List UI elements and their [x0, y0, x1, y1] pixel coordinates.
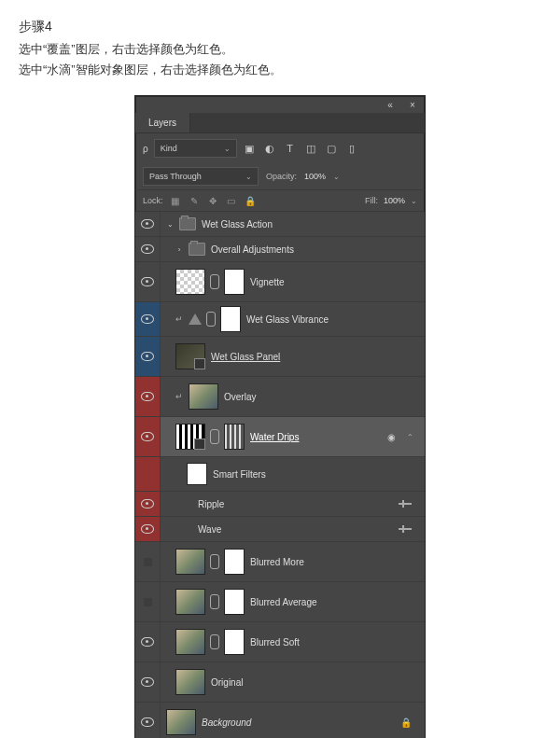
- visibility-icon[interactable]: [141, 524, 154, 534]
- layer-name: Wet Glass Action: [202, 219, 273, 230]
- lock-image-icon[interactable]: ✎: [188, 194, 201, 207]
- opacity-label: Opacity:: [266, 172, 297, 181]
- layer-blurred-more[interactable]: Blurred More: [135, 542, 425, 582]
- layer-original[interactable]: Original: [135, 662, 425, 703]
- smart-filter-indicator-icon: ◉: [387, 432, 396, 442]
- layer-name: Vignette: [250, 277, 285, 287]
- expand-caret-icon[interactable]: ›: [175, 245, 183, 254]
- visibility-icon[interactable]: [141, 314, 154, 324]
- layer-water-drips[interactable]: Water Drips ◉⌃: [135, 417, 425, 457]
- layer-wet-glass-panel[interactable]: Wet Glass Panel: [135, 337, 425, 377]
- expand-caret-icon[interactable]: ⌄: [166, 220, 174, 229]
- filter-adjustment-icon[interactable]: ◐: [263, 142, 276, 155]
- chevron-down-icon[interactable]: ⌄: [333, 173, 340, 181]
- visibility-icon[interactable]: [141, 244, 154, 254]
- layer-mask[interactable]: [224, 424, 245, 450]
- filter-name: Wave: [198, 524, 221, 535]
- layer-vignette[interactable]: Vignette: [135, 262, 425, 302]
- layer-blurred-average[interactable]: Blurred Average: [135, 582, 425, 622]
- visibility-icon[interactable]: [141, 352, 154, 361]
- expand-caret-icon[interactable]: ⌃: [407, 433, 413, 441]
- chevron-down-icon: ⌄: [245, 173, 252, 181]
- filter-type-icon[interactable]: T: [284, 142, 297, 155]
- panel-tabbar: Layers: [135, 113, 425, 133]
- visibility-icon[interactable]: [141, 219, 154, 229]
- filter-mask[interactable]: [187, 463, 207, 485]
- visibility-icon[interactable]: [141, 637, 154, 647]
- lock-artboard-icon[interactable]: ▭: [225, 194, 238, 207]
- instruction-line-2: 选中“水滴”智能对象图层，右击选择颜色为红色。: [19, 62, 541, 78]
- lock-transparency-icon[interactable]: ▦: [169, 194, 182, 207]
- filter-ripple[interactable]: Ripple: [135, 492, 425, 517]
- layer-name: Overall Adjustments: [211, 244, 294, 255]
- layer-thumbnail: [175, 424, 205, 450]
- panel-menu-icon[interactable]: «: [384, 98, 397, 111]
- lock-position-icon[interactable]: ✥: [206, 194, 219, 207]
- layer-thumbnail: [175, 343, 205, 369]
- blending-options-icon[interactable]: [399, 503, 412, 505]
- filter-smartobject-icon[interactable]: ▢: [325, 142, 338, 155]
- layer-thumbnail: [189, 383, 218, 410]
- layer-name: Background: [202, 717, 251, 728]
- layer-mask[interactable]: [224, 629, 245, 655]
- layer-filter-row: ρ Kind ⌄ ▣ ◐ T ◫ ▢ ▯: [135, 133, 425, 163]
- layer-thumbnail: [166, 709, 196, 735]
- filter-kind-dropdown[interactable]: Kind ⌄: [154, 139, 237, 158]
- layer-background[interactable]: Background🔒: [135, 703, 425, 738]
- adjustment-vibrance-icon: [189, 313, 202, 325]
- filter-shape-icon[interactable]: ◫: [304, 142, 317, 155]
- smart-filters-header[interactable]: Smart Filters: [135, 457, 425, 492]
- visibility-icon[interactable]: [141, 499, 154, 508]
- lock-all-icon[interactable]: 🔒: [244, 194, 257, 207]
- opacity-value[interactable]: 100%: [304, 172, 326, 181]
- chevron-down-icon: ⌄: [224, 145, 231, 153]
- visibility-icon[interactable]: [141, 717, 154, 727]
- layer-group-overall-adjustments[interactable]: ›Overall Adjustments: [135, 237, 425, 262]
- blend-mode-row: Pass Through ⌄ Opacity: 100% ⌄: [135, 163, 425, 189]
- visibility-off-icon[interactable]: [144, 558, 152, 566]
- visibility-off-icon[interactable]: [144, 598, 152, 606]
- layer-name: Wet Glass Vibrance: [246, 314, 329, 325]
- layer-name: Overlay: [224, 392, 256, 402]
- layer-group-wet-glass-action[interactable]: ⌄Wet Glass Action: [135, 212, 425, 237]
- visibility-icon[interactable]: [141, 677, 154, 687]
- panel-close-icon[interactable]: ×: [406, 98, 419, 111]
- layer-blurred-soft[interactable]: Blurred Soft: [135, 622, 425, 662]
- link-icon: [210, 274, 219, 289]
- tab-layers[interactable]: Layers: [135, 113, 190, 132]
- chevron-down-icon[interactable]: ⌄: [411, 197, 417, 205]
- layer-wet-glass-vibrance[interactable]: ↵Wet Glass Vibrance: [135, 302, 425, 337]
- visibility-icon[interactable]: [141, 432, 154, 441]
- link-icon: [206, 312, 216, 327]
- clip-icon: ↵: [175, 392, 183, 401]
- layer-mask[interactable]: [220, 306, 241, 332]
- filter-pixel-icon[interactable]: ▣: [243, 142, 256, 155]
- visibility-icon[interactable]: [141, 277, 154, 286]
- layer-name: Water Drips: [250, 432, 299, 442]
- layer-thumbnail: [175, 269, 205, 295]
- blend-mode-value: Pass Through: [149, 172, 202, 181]
- folder-icon: [179, 217, 196, 230]
- layer-thumbnail: [175, 589, 205, 615]
- filter-name: Ripple: [198, 499, 224, 509]
- lock-row: Lock: ▦ ✎ ✥ ▭ 🔒 Fill: 100% ⌄: [135, 189, 425, 212]
- blending-options-icon[interactable]: [399, 528, 412, 530]
- fill-value[interactable]: 100%: [384, 196, 405, 205]
- layer-mask[interactable]: [224, 589, 245, 615]
- layer-thumbnail: [175, 629, 205, 655]
- filter-artboard-icon[interactable]: ▯: [345, 142, 358, 155]
- fill-label: Fill:: [365, 196, 378, 205]
- layers-list: ⌄Wet Glass Action ›Overall Adjustments V…: [135, 212, 425, 738]
- filter-wave[interactable]: Wave: [135, 517, 425, 542]
- layer-mask[interactable]: [224, 549, 245, 575]
- layer-mask[interactable]: [224, 269, 245, 295]
- layer-thumbnail: [175, 669, 205, 695]
- layers-panel: « × Layers ρ Kind ⌄ ▣ ◐ T ◫ ▢ ▯ Pass Thr…: [134, 95, 426, 738]
- layer-name: Wet Glass Panel: [211, 352, 280, 362]
- smart-filters-label: Smart Filters: [213, 469, 266, 480]
- blend-mode-dropdown[interactable]: Pass Through ⌄: [143, 167, 259, 186]
- layer-overlay[interactable]: ↵Overlay: [135, 377, 425, 417]
- instruction-line-1: 选中“覆盖”图层，右击选择颜色为红色。: [19, 41, 541, 58]
- link-icon: [210, 429, 219, 444]
- visibility-icon[interactable]: [141, 392, 154, 401]
